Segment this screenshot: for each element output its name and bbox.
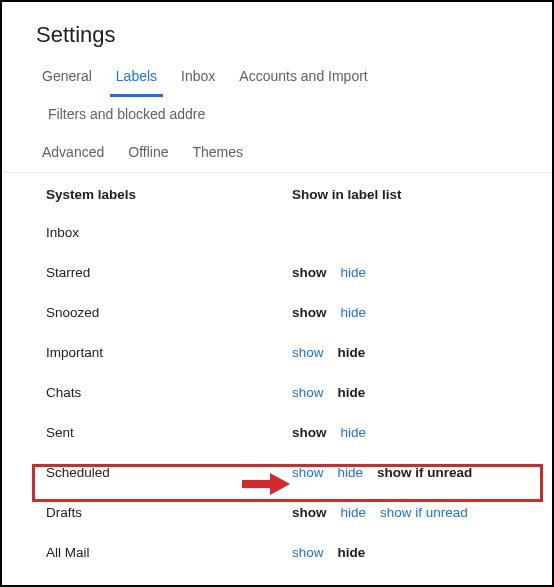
option-hide[interactable]: hide <box>341 305 367 320</box>
tab-filters-and-blocked-addre[interactable]: Filters and blocked addre <box>36 96 217 134</box>
column-system-labels: System labels <box>46 187 292 202</box>
option-show[interactable]: show <box>292 305 327 320</box>
option-show[interactable]: show <box>292 545 324 560</box>
label-name: Drafts <box>46 505 292 520</box>
option-hide[interactable]: hide <box>338 385 366 400</box>
label-row-starred: Starredshowhide <box>46 252 552 292</box>
option-hide[interactable]: hide <box>338 345 366 360</box>
tab-advanced[interactable]: Advanced <box>36 134 116 172</box>
tabs-row-2: AdvancedOfflineThemes <box>36 134 552 172</box>
option-hide[interactable]: hide <box>341 265 367 280</box>
label-row-drafts: Draftsshowhideshow if unread <box>46 492 552 532</box>
label-name: Starred <box>46 265 292 280</box>
tab-themes[interactable]: Themes <box>181 134 256 172</box>
tab-general[interactable]: General <box>36 58 104 96</box>
tab-inbox[interactable]: Inbox <box>169 58 227 96</box>
label-row-spam: Spamshowhideshow if unread <box>46 572 552 587</box>
option-show[interactable]: show <box>292 345 324 360</box>
label-name: Inbox <box>46 225 292 240</box>
label-row-scheduled: Scheduledshowhideshow if unread <box>46 452 552 492</box>
label-options: showhide <box>292 385 365 400</box>
tab-offline[interactable]: Offline <box>116 134 180 172</box>
label-name: Sent <box>46 425 292 440</box>
labels-rows: InboxStarredshowhideSnoozedshowhideImpor… <box>46 212 552 587</box>
tab-accounts-and-import[interactable]: Accounts and Import <box>227 58 379 96</box>
option-show[interactable]: show <box>292 425 327 440</box>
label-name: Snoozed <box>46 305 292 320</box>
option-show[interactable]: show <box>292 265 327 280</box>
tab-labels[interactable]: Labels <box>104 58 169 96</box>
columns-header: System labels Show in label list <box>46 187 552 212</box>
option-hide[interactable]: hide <box>338 465 364 480</box>
option-show[interactable]: show <box>292 505 327 520</box>
label-row-sent: Sentshowhide <box>46 412 552 452</box>
option-hide[interactable]: hide <box>341 425 367 440</box>
option-show[interactable]: show <box>292 385 324 400</box>
tabs-row-1: GeneralLabelsInboxAccounts and ImportFil… <box>36 58 552 134</box>
label-row-chats: Chatsshowhide <box>46 372 552 412</box>
label-options: showhide <box>292 425 366 440</box>
option-show_if_unread[interactable]: show if unread <box>380 505 468 520</box>
label-name: All Mail <box>46 545 292 560</box>
label-name: Important <box>46 345 292 360</box>
label-row-important: Importantshowhide <box>46 332 552 372</box>
label-options: showhide <box>292 305 366 320</box>
label-row-inbox: Inbox <box>46 212 552 252</box>
option-show_if_unread[interactable]: show if unread <box>377 465 472 480</box>
label-name: Scheduled <box>46 465 292 480</box>
settings-tabs: GeneralLabelsInboxAccounts and ImportFil… <box>2 58 552 173</box>
label-row-all-mail: All Mailshowhide <box>46 532 552 572</box>
label-row-snoozed: Snoozedshowhide <box>46 292 552 332</box>
settings-header: Settings <box>2 2 552 58</box>
option-hide[interactable]: hide <box>338 545 366 560</box>
label-options: showhide <box>292 265 366 280</box>
option-show[interactable]: show <box>292 465 324 480</box>
label-name: Chats <box>46 385 292 400</box>
option-hide[interactable]: hide <box>341 505 367 520</box>
label-options: showhideshow if unread <box>292 465 472 480</box>
label-options: showhideshow if unread <box>292 505 468 520</box>
label-options: showhide <box>292 545 365 560</box>
page-title: Settings <box>36 22 552 48</box>
label-options: showhide <box>292 345 365 360</box>
column-show-in-list: Show in label list <box>292 187 402 202</box>
labels-content: System labels Show in label list InboxSt… <box>2 173 552 587</box>
